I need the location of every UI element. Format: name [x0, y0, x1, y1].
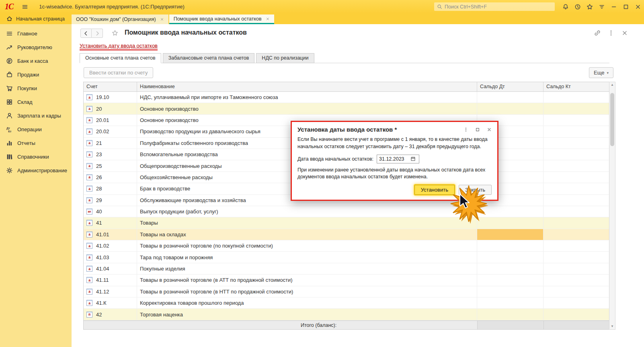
window-tabbar: Начальная страница ООО "Кошкин дом" (Орг… — [0, 13, 644, 24]
page-more-button[interactable] — [608, 30, 614, 36]
table-row[interactable]: а41.04Покупные изделия — [84, 263, 609, 275]
sidebar-item-operacii[interactable]: ДтКтОперации — [0, 122, 72, 136]
table-row[interactable]: ап40Выпуск продукции (работ, услуг) — [84, 206, 609, 217]
cell-account-name: Товары на складах — [137, 229, 477, 240]
cell-account-code: а41.02 — [84, 240, 137, 251]
date-field[interactable] — [377, 156, 408, 162]
content-tab[interactable]: Забалансовые счета плана счетов — [163, 53, 255, 63]
date-input[interactable] — [377, 155, 419, 163]
account-code: 29 — [96, 197, 102, 203]
scroll-up-arrow[interactable]: ▲ — [611, 82, 614, 88]
page-header-icons — [594, 30, 628, 36]
cell-saldo-dt — [477, 263, 544, 274]
table-row[interactable]: а41.12Товары в розничной торговле (в НТТ… — [84, 286, 609, 297]
table-row[interactable]: а19.10НДС, уплачиваемый при импорте из Т… — [84, 92, 609, 103]
close-window-button[interactable] — [632, 0, 644, 13]
cell-saldo-kt — [544, 149, 609, 160]
sidebar-item-prodazhi[interactable]: Продажи — [0, 68, 72, 81]
back-button[interactable] — [80, 29, 92, 38]
sidebar-item-bank-i-kassa[interactable]: Банк и касса — [0, 54, 72, 68]
close-tab-icon[interactable] — [160, 17, 164, 21]
table-row[interactable]: п42Торговая наценка — [84, 309, 609, 320]
table-row[interactable]: а20Основное производство — [84, 103, 609, 114]
account-code: 42 — [96, 312, 102, 318]
content-tab[interactable]: НДС по реализации — [256, 53, 314, 63]
home-tab[interactable]: Начальная страница — [0, 13, 72, 24]
service-menu-button[interactable] — [596, 0, 608, 13]
column-header-saldo-dt[interactable]: Сальдо Дт — [477, 82, 544, 91]
notifications-button[interactable] — [560, 0, 572, 13]
minimize-window-button[interactable] — [608, 0, 620, 13]
cell-account-code: а20 — [84, 103, 137, 114]
close-page-button[interactable] — [621, 30, 628, 36]
dialog-maximize-button[interactable] — [475, 127, 480, 132]
sidebar-item-administrirovanie[interactable]: Администрирование — [0, 163, 72, 177]
vertical-scrollbar[interactable]: ▲ ▼ — [609, 82, 615, 330]
scroll-down-arrow[interactable]: ▼ — [611, 324, 614, 329]
warehouse-icon — [6, 99, 13, 105]
sidebar-item-otchety[interactable]: Отчеты — [0, 136, 72, 150]
dialog-menu-button[interactable] — [464, 127, 468, 132]
more-button[interactable]: Еще▾ — [589, 67, 613, 78]
account-type-icon: а — [86, 254, 92, 260]
forward-button[interactable] — [92, 29, 103, 38]
dialog-text-1: Если Вы начинаете вести учет в программе… — [297, 136, 492, 151]
1c-logo: 1С — [5, 2, 13, 11]
table-row[interactable]: а41.03Тара под товаром и порожняя — [84, 252, 609, 263]
table-row[interactable]: а41.ККорректировка товаров прошлого пери… — [84, 297, 609, 309]
account-type-icon: а — [86, 289, 92, 295]
page-title: Помощник ввода начальных остатков — [125, 29, 247, 36]
get-link-button[interactable] — [594, 30, 601, 36]
table-header-row: Счет Наименование Сальдо Дт Сальдо Кт — [84, 82, 609, 92]
account-type-icon: п — [86, 312, 92, 318]
cell-saldo-kt — [544, 172, 609, 183]
chart-icon — [6, 140, 13, 147]
sidebar-item-glavnoe[interactable]: Главное — [0, 27, 72, 40]
account-code: 25 — [96, 163, 102, 169]
enter-balances-button[interactable]: Ввести остатки по счету — [84, 67, 153, 78]
table-row[interactable]: а41Товары — [84, 217, 609, 229]
maximize-icon — [623, 4, 629, 10]
history-button[interactable] — [572, 0, 584, 13]
sidebar-item-zarplata-i-kadry[interactable]: Зарплата и кадры — [0, 109, 72, 122]
close-button[interactable]: Закрыть — [459, 185, 492, 195]
sidebar-item-pokupki[interactable]: Покупки — [0, 81, 72, 95]
column-header-saldo-kt[interactable]: Сальдо Кт — [544, 82, 609, 91]
close-tab-icon[interactable] — [266, 17, 270, 21]
window-tab[interactable]: Помощник ввода начальных остатков — [169, 14, 274, 24]
add-to-favorites-button[interactable] — [112, 30, 118, 36]
sidebar-item-label: Отчеты — [17, 140, 35, 146]
table-row[interactable]: а41.02Товары в розничной торговле (по по… — [84, 240, 609, 252]
dialog-header: Установка даты ввода остатков * — [297, 126, 492, 133]
dialog-close-button[interactable] — [487, 127, 492, 132]
cell-account-code: а29 — [84, 195, 137, 206]
account-type-icon: а — [86, 117, 92, 123]
account-type-icon: а — [86, 140, 92, 146]
set-date-dialog: Установка даты ввода остатков * Если Вы … — [291, 121, 498, 201]
cell-account-name: Выпуск продукции (работ, услуг) — [137, 206, 477, 217]
set-button[interactable]: Установить — [414, 185, 455, 195]
table-row[interactable]: а41.11Товары в розничной торговле (в АТТ… — [84, 275, 609, 286]
column-header-account[interactable]: Счет — [84, 82, 137, 91]
cell-account-code: а25 — [84, 160, 137, 171]
content-tab[interactable]: Основные счета плана счетов — [80, 53, 161, 63]
calendar-button[interactable] — [408, 155, 417, 163]
table-row[interactable]: а41.01Товары на складах — [84, 229, 609, 240]
maximize-window-button[interactable] — [620, 0, 632, 13]
scroll-thumb[interactable] — [610, 93, 614, 146]
sidebar-item-sklad[interactable]: Склад — [0, 95, 72, 109]
dialog-header-icons — [464, 127, 492, 132]
cell-account-name: Торговая наценка — [137, 309, 477, 320]
window-tab[interactable]: ООО "Кошкин дом" (Организация) — [72, 14, 168, 24]
sidebar-item-spravochniki[interactable]: Справочники — [0, 150, 72, 163]
main-menu-button[interactable] — [19, 0, 31, 13]
global-search-input[interactable]: Поиск Ctrl+Shift+F — [434, 2, 555, 11]
set-date-link[interactable]: Установить дату ввода остатков — [80, 43, 158, 50]
cell-saldo-dt — [477, 240, 544, 251]
sidebar-item-rukovoditelyu[interactable]: Руководителю — [0, 40, 72, 54]
dtkt-icon: ДтКт — [6, 126, 13, 133]
column-header-name[interactable]: Наименование — [137, 82, 477, 91]
favorites-button[interactable] — [584, 0, 596, 13]
dialog-buttons: Установить Закрыть — [297, 185, 492, 195]
date-label: Дата ввода начальных остатков: — [297, 156, 373, 162]
